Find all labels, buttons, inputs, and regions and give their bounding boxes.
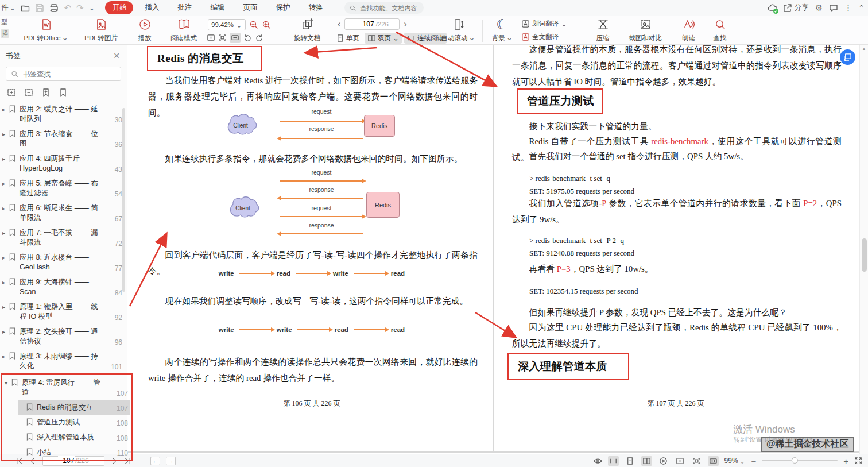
expand-arrow-icon[interactable]: ▸ <box>2 352 9 361</box>
prev-page-button[interactable]: ‹ <box>338 20 340 29</box>
bookmark-item[interactable]: 深入理解管道本质 108 <box>18 430 130 445</box>
bookmark-item[interactable]: ▸ 应用 3: 节衣缩食 —— 位图 36 <box>1 126 125 151</box>
history-forward-button[interactable]: → <box>166 457 176 465</box>
play-toggle[interactable] <box>658 456 669 466</box>
settings-gear-icon[interactable]: ⚙ <box>815 3 823 12</box>
zoom-out-button[interactable]: − <box>751 456 756 466</box>
bookmark-item[interactable]: ▸ 应用 8: 近水楼台 —— GeoHash 77 <box>1 250 125 275</box>
tab-insert[interactable]: 插入 <box>138 1 166 14</box>
expand-arrow-icon[interactable]: ▸ <box>2 154 9 164</box>
double-page-button[interactable]: 双页⌄ <box>365 33 402 44</box>
zoom-level-select[interactable]: 99.42%⌄ <box>208 19 246 30</box>
bookmark-item[interactable]: ▸ 原理 1: 鞭辟入里 —— 线程 IO 模型 92 <box>1 299 125 324</box>
rotate-left-button[interactable] <box>243 33 252 42</box>
next-page-button[interactable]: › <box>404 20 406 29</box>
expand-arrow-icon[interactable]: ▸ <box>2 302 9 312</box>
bookmark-item[interactable]: ▸ 原理 2: 交头接耳 —— 通信协议 96 <box>1 324 125 349</box>
bookmark-item[interactable]: 管道压力测试 108 <box>18 415 130 430</box>
more-menu-icon[interactable]: ⋮ <box>844 4 852 11</box>
undo-button[interactable]: ↶ <box>64 3 71 12</box>
zoom-in-button[interactable] <box>262 20 271 29</box>
fit-width-toggle[interactable] <box>708 456 719 466</box>
tab-page[interactable]: 页面 <box>236 1 264 14</box>
continuous-read-toggle[interactable] <box>608 456 619 466</box>
bookmark-item[interactable]: ▸ 应用 6: 断尾求生 —— 简单限流 67 <box>1 200 125 225</box>
bookmark-search-input[interactable] <box>22 70 108 79</box>
expand-arrow-icon[interactable]: ▸ <box>2 327 9 337</box>
read-mode-button[interactable]: 阅读模式 <box>165 17 202 44</box>
word-translate-button[interactable]: 划词翻译 ⌄ <box>521 20 567 28</box>
full-translate-button[interactable]: 全文翻译 <box>521 33 559 41</box>
pdf-page-106[interactable]: Redis 的消息交互 当我们使用客户端对 Redis 进行一次操作时，如下图所… <box>131 45 493 451</box>
bookmark-item[interactable]: ▸ 应用 9: 大海捞针 —— Scan 84 <box>1 275 125 299</box>
expand-arrow-icon[interactable]: ▾ <box>5 378 11 388</box>
rotate-right-button[interactable] <box>255 33 264 42</box>
pdf-to-word-float-button[interactable] <box>840 49 855 65</box>
pdf-to-image-button[interactable]: PDF转图片 <box>78 17 124 44</box>
single-page-button[interactable]: 单页 <box>333 33 362 44</box>
print-button[interactable] <box>49 3 59 13</box>
document-scrollbar[interactable]: ▲ <box>859 45 868 454</box>
bookmark-item[interactable]: ▾ 原理 4: 雷厉风行 —— 管道 107 <box>3 375 130 400</box>
actual-size-toggle[interactable] <box>675 456 685 466</box>
expand-arrow-icon[interactable]: ▸ <box>2 253 9 263</box>
global-search-box[interactable] <box>344 2 424 14</box>
auto-scroll-button[interactable]: 自动滚动⌄ <box>441 17 475 44</box>
page-number-input[interactable] <box>356 20 375 29</box>
actual-size-button[interactable] <box>207 33 215 42</box>
tab-edit[interactable]: 编辑 <box>203 1 231 14</box>
expand-arrow-icon[interactable]: ▸ <box>2 129 9 139</box>
scrollbar-thumb[interactable] <box>862 238 867 272</box>
find-button[interactable]: 查找 <box>707 17 733 44</box>
background-button[interactable]: ☾ 背景⌄ <box>489 17 516 44</box>
customize-toolbar-caret[interactable]: ⌄ <box>89 4 95 11</box>
zoom-slider[interactable] <box>762 460 838 461</box>
zoom-in-button[interactable]: + <box>843 456 848 466</box>
zoom-out-button[interactable] <box>249 20 258 29</box>
tab-convert[interactable]: 转换 <box>301 1 330 14</box>
bookmark-search-box[interactable] <box>6 67 121 81</box>
bookmark-item[interactable]: ▸ 应用 5: 层峦叠嶂 —— 布隆过滤器 54 <box>1 176 125 200</box>
eye-protect-button[interactable] <box>594 457 602 465</box>
fit-page-toggle[interactable] <box>691 456 702 466</box>
expand-arrow-icon[interactable]: ▸ <box>2 228 9 238</box>
feedback-icon[interactable] <box>829 3 838 13</box>
tab-protect[interactable]: 保护 <box>269 1 297 14</box>
zoom-slider-knob[interactable] <box>792 457 798 464</box>
save-button[interactable] <box>35 3 44 13</box>
fullscreen-button[interactable] <box>854 457 862 465</box>
double-page-toggle[interactable] <box>641 456 652 466</box>
collapse-all-button[interactable] <box>24 88 33 97</box>
continuous-read-button[interactable]: 连续阅读 <box>404 33 447 44</box>
bookmark-item[interactable]: ▸ 原理 3: 未雨绸缪 —— 持久化 101 <box>1 349 125 373</box>
play-button[interactable]: 播放 <box>132 17 157 44</box>
expand-arrow-icon[interactable]: ▸ <box>2 277 9 287</box>
expand-arrow-icon[interactable]: ▸ <box>2 105 9 114</box>
cloud-sync-icon[interactable] <box>768 3 777 13</box>
expand-arrow-icon[interactable]: ▸ <box>2 179 9 188</box>
open-file-button[interactable] <box>21 3 30 13</box>
pdf-to-office-button[interactable]: PDF转Office⌄ <box>20 17 72 44</box>
redo-button[interactable]: ↷ <box>76 3 84 12</box>
single-page-toggle[interactable] <box>625 456 636 466</box>
expand-arrow-icon[interactable]: ▸ <box>2 203 9 213</box>
page-number-box[interactable]: /226 <box>344 18 400 30</box>
read-aloud-button[interactable]: 朗读 <box>676 17 702 44</box>
bookmark-item[interactable]: ▸ 应用 4: 四两拨千斤 —— HyperLogLog 43 <box>1 151 125 176</box>
tab-home[interactable]: 开始 <box>105 1 133 14</box>
fit-width-button[interactable] <box>230 33 241 43</box>
screenshot-compare-button[interactable]: 截图和对比 <box>623 17 667 44</box>
compress-button[interactable]: 压缩 <box>590 17 615 44</box>
collapse-ribbon-icon[interactable]: ⌃ <box>858 4 865 11</box>
file-menu[interactable]: 件⌄ <box>1 3 16 13</box>
fit-page-button[interactable] <box>218 33 227 42</box>
scroll-up-arrow-icon[interactable]: ▲ <box>860 45 868 51</box>
zoom-percent-select[interactable]: 99%⌄ <box>724 457 746 465</box>
expand-all-button[interactable] <box>7 88 16 97</box>
bookmark-tool-button[interactable] <box>59 88 68 97</box>
rotate-document-button[interactable]: 旋转文档 <box>290 17 324 44</box>
bookmark-item[interactable]: Redis 的消息交互 107 <box>18 400 130 415</box>
sidebar-scrollbar-thumb[interactable] <box>122 108 125 292</box>
bookmark-item[interactable]: ▸ 应用 7: 一毛不拔 —— 漏斗限流 72 <box>1 225 125 250</box>
bookmark-item[interactable]: 小结 110 <box>18 445 130 460</box>
